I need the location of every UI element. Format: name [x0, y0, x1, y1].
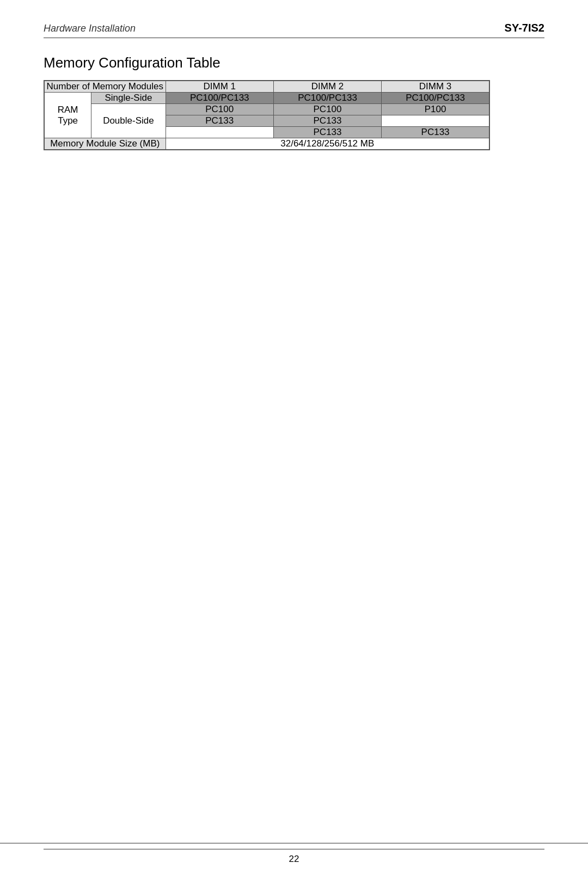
section-title: Memory Configuration Table	[44, 54, 544, 71]
single-side-row: RAMType Single-Side PC100/PC133 PC100/PC…	[44, 93, 489, 104]
double-side-label: Double-Side	[91, 104, 166, 138]
pc100-dimm1: PC100	[166, 104, 273, 115]
pc133-row1-dimm1: PC133	[166, 115, 273, 127]
mem-size-row: Memory Module Size (MB) 32/64/128/256/51…	[44, 138, 489, 150]
pc133-row1-dimm3	[382, 115, 489, 127]
single-dimm2-value: PC100/PC133	[273, 93, 381, 104]
memory-config-table: Number of Memory Modules DIMM 1 DIMM 2 D…	[44, 80, 490, 150]
mem-size-label: Memory Module Size (MB)	[44, 138, 166, 150]
ram-type-label: RAMType	[44, 93, 91, 138]
single-dimm3-value: PC100/PC133	[382, 93, 489, 104]
pc133-row2-dimm3: PC133	[382, 127, 489, 138]
dimm1-header: DIMM 1	[166, 81, 273, 93]
num-modules-header: Number of Memory Modules	[44, 81, 166, 93]
single-dimm1-value: PC100/PC133	[166, 93, 273, 104]
mem-size-value: 32/64/128/256/512 MB	[166, 138, 489, 150]
dimm2-header: DIMM 2	[273, 81, 381, 93]
pc133-row2-dimm1	[166, 127, 273, 138]
header-model: SY-7IS2	[505, 22, 544, 34]
pc100-dimm3: P100	[382, 104, 489, 115]
single-side-label: Single-Side	[91, 93, 166, 104]
pc133-row2-dimm2: PC133	[273, 127, 381, 138]
pc100-row: Double-Side PC100 PC100 P100	[44, 104, 489, 115]
dimm3-header: DIMM 3	[382, 81, 489, 93]
page-footer: 22	[0, 843, 588, 865]
page-header: Hardware Installation SY-7IS2	[44, 22, 544, 38]
pc100-dimm2: PC100	[273, 104, 381, 115]
page-number: 22	[289, 854, 299, 864]
table-header-row: Number of Memory Modules DIMM 1 DIMM 2 D…	[44, 81, 489, 93]
pc133-row1-dimm2: PC133	[273, 115, 381, 127]
header-title: Hardware Installation	[44, 23, 136, 34]
